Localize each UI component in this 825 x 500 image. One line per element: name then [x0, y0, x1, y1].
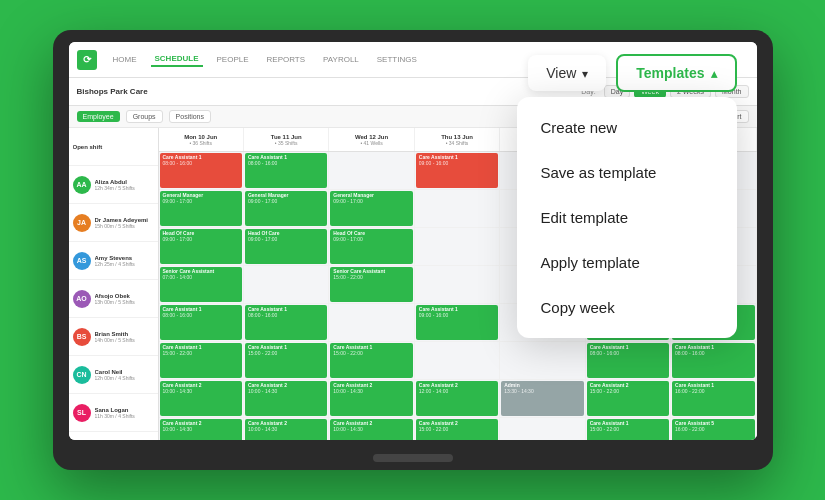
table-row: Care Assistant 2 10:00 - 14:30 Care Assi… [159, 380, 757, 418]
shift-block[interactable]: Care Assistant 1 15:00 - 22:00 [587, 419, 669, 440]
shift-cell: Senior Care Assistant 15:00 - 22:00 [329, 266, 414, 303]
list-item: NJ Nancy James 13h 45m / 5 Shifts [69, 432, 158, 440]
shift-cell: Care Assistant 1 08:00 - 16:00 [159, 304, 244, 341]
positions-btn[interactable]: Positions [169, 110, 211, 123]
day-header-thu: Thu 13 Jun • 34 Shifts [415, 128, 500, 151]
nav-schedule[interactable]: SCHEDULE [151, 52, 203, 67]
chevron-down-icon [582, 65, 588, 81]
shift-cell [244, 266, 329, 303]
nav-settings[interactable]: SETTINGS [373, 53, 421, 66]
shift-cell: Care Assistant 1 08:00 - 16:00 [671, 342, 756, 379]
shift-block[interactable]: General Manager 09:00 - 17:00 [330, 191, 412, 226]
open-shift-name: Open shift [73, 144, 154, 150]
avatar: AO [73, 290, 91, 308]
shift-block[interactable]: Care Assistant 1 08:00 - 16:00 [160, 153, 242, 188]
shift-cell: Care Assistant 2 15:00 - 22:00 [586, 380, 671, 417]
shift-block[interactable]: Head Of Care 09:00 - 17:00 [160, 229, 242, 264]
dropdown-copy-week[interactable]: Copy week [517, 285, 737, 330]
shift-block[interactable]: Care Assistant 1 15:00 - 22:00 [245, 343, 327, 378]
shift-block[interactable]: Care Assistant 5 16:00 - 22:00 [672, 419, 754, 440]
templates-label: Templates [636, 65, 704, 81]
shift-block[interactable]: Care Assistant 1 09:00 - 16:00 [416, 153, 498, 188]
avatar: JA [73, 214, 91, 232]
shift-block[interactable]: Head Of Care 09:00 - 17:00 [330, 229, 412, 264]
templates-button[interactable]: Templates [616, 54, 736, 92]
list-item: BS Brian Smith 14h 00m / 5 Shifts [69, 318, 158, 356]
shift-cell: Care Assistant 2 10:00 - 14:30 [159, 380, 244, 417]
shift-cell: General Manager 09:00 - 17:00 [159, 190, 244, 227]
shift-block[interactable]: Care Assistant 1 08:00 - 16:00 [245, 153, 327, 188]
groups-btn[interactable]: Groups [126, 110, 163, 123]
shift-block[interactable]: Care Assistant 1 08:00 - 16:00 [245, 305, 327, 340]
emp-detail: 14h 00m / 5 Shifts [95, 337, 154, 343]
shift-cell [415, 228, 500, 265]
dropdown-create-new[interactable]: Create new [517, 105, 737, 150]
shift-block[interactable]: Care Assistant 2 10:00 - 14:30 [160, 381, 242, 416]
view-label: View [546, 65, 576, 81]
shift-block[interactable]: Care Assistant 2 10:00 - 14:30 [245, 419, 327, 440]
shift-cell: Care Assistant 1 09:00 - 16:00 [415, 152, 500, 189]
list-item: CN Carol Neil 12h 00m / 4 Shifts [69, 356, 158, 394]
nav-people[interactable]: PEOPLE [213, 53, 253, 66]
shift-block[interactable]: Care Assistant 1 08:00 - 16:00 [587, 343, 669, 378]
shift-block[interactable]: Care Assistant 1 15:00 - 22:00 [160, 343, 242, 378]
dropdown-edit-template[interactable]: Edit template [517, 195, 737, 240]
laptop-frame: ⟳ HOME SCHEDULE PEOPLE REPORTS PAYROLL S… [53, 30, 773, 470]
shift-cell: Care Assistant 2 12:00 - 14:00 [415, 380, 500, 417]
shift-cell [415, 266, 500, 303]
dropdown-save-as-template[interactable]: Save as template [517, 150, 737, 195]
shift-block[interactable]: Care Assistant 2 12:00 - 14:00 [416, 381, 498, 416]
shift-block[interactable]: Care Assistant 1 08:00 - 16:00 [160, 305, 242, 340]
shift-cell: Care Assistant 1 08:00 - 16:00 [244, 304, 329, 341]
shift-cell: Care Assistant 1 08:00 - 16:00 [586, 342, 671, 379]
shift-block[interactable]: Care Assistant 2 10:00 - 14:30 [160, 419, 242, 440]
shift-block[interactable]: Care Assistant 1 16:00 - 22:00 [672, 381, 754, 416]
shift-block[interactable]: Care Assistant 1 09:00 - 16:00 [416, 305, 498, 340]
shift-block[interactable]: General Manager 09:00 - 17:00 [160, 191, 242, 226]
shift-block[interactable]: Care Assistant 2 15:00 - 22:00 [587, 381, 669, 416]
emp-info: Carol Neil 12h 00m / 4 Shifts [95, 369, 154, 381]
nav-logo: ⟳ [77, 50, 97, 70]
avatar: SL [73, 404, 91, 422]
emp-info: Amy Stevens 12h 25m / 4 Shifts [95, 255, 154, 267]
emp-info: Afsojo Obek 13h 00m / 5 Shifts [95, 293, 154, 305]
open-shift-row: Open shift [69, 128, 158, 166]
table-row: Care Assistant 2 10:00 - 14:30 Care Assi… [159, 418, 757, 440]
nav-home[interactable]: HOME [109, 53, 141, 66]
shift-block[interactable]: Head Of Care 09:00 - 17:00 [245, 229, 327, 264]
emp-info: Aliza Abdul 12h 34m / 5 Shifts [95, 179, 154, 191]
shift-block[interactable]: Senior Care Assistant 15:00 - 22:00 [330, 267, 412, 302]
nav-payroll[interactable]: PAYROLL [319, 53, 363, 66]
shift-cell: Care Assistant 2 15:00 - 22:00 [415, 418, 500, 440]
shift-cell: Care Assistant 2 10:00 - 14:30 [159, 418, 244, 440]
emp-detail: 13h 00m / 5 Shifts [95, 299, 154, 305]
day-count: • 35 Shifts [275, 140, 298, 146]
employee-btn[interactable]: Employee [77, 111, 120, 122]
nav-reports[interactable]: REPORTS [263, 53, 310, 66]
shift-cell: Care Assistant 1 15:00 - 22:00 [159, 342, 244, 379]
laptop-screen: ⟳ HOME SCHEDULE PEOPLE REPORTS PAYROLL S… [69, 42, 757, 440]
dropdown-apply-template[interactable]: Apply template [517, 240, 737, 285]
shift-block[interactable]: Care Assistant 1 08:00 - 16:00 [672, 343, 754, 378]
table-row: Care Assistant 1 15:00 - 22:00 Care Assi… [159, 342, 757, 380]
shift-block[interactable]: General Manager 09:00 - 17:00 [245, 191, 327, 226]
shift-block[interactable]: Care Assistant 2 10:00 - 14:30 [245, 381, 327, 416]
shift-cell: Admin 13:30 - 14:30 [500, 380, 585, 417]
shift-block[interactable]: Admin 13:30 - 14:30 [501, 381, 583, 416]
open-shift-info: Open shift [73, 144, 154, 150]
shift-block[interactable]: Care Assistant 2 15:00 - 22:00 [416, 419, 498, 440]
shift-cell [329, 304, 414, 341]
chevron-up-icon [711, 65, 717, 81]
day-count: • 36 Shifts [189, 140, 212, 146]
employee-list: Open shift AA Aliza Abdul 12h 34m / 5 Sh… [69, 128, 159, 440]
emp-detail: 15h 00m / 5 Shifts [95, 223, 154, 229]
nav-items: HOME SCHEDULE PEOPLE REPORTS PAYROLL SET… [109, 52, 421, 67]
shift-block[interactable]: Care Assistant 2 10:00 - 14:30 [330, 419, 412, 440]
shift-cell: Care Assistant 2 10:00 - 14:30 [244, 380, 329, 417]
shift-block[interactable]: Senior Care Assistant 07:00 - 14:00 [160, 267, 242, 302]
shift-block[interactable]: Care Assistant 2 10:00 - 14:30 [330, 381, 412, 416]
view-button[interactable]: View [528, 55, 606, 91]
shift-block[interactable]: Care Assistant 1 15:00 - 22:00 [330, 343, 412, 378]
shift-cell [500, 342, 585, 379]
shift-cell: Head Of Care 09:00 - 17:00 [159, 228, 244, 265]
